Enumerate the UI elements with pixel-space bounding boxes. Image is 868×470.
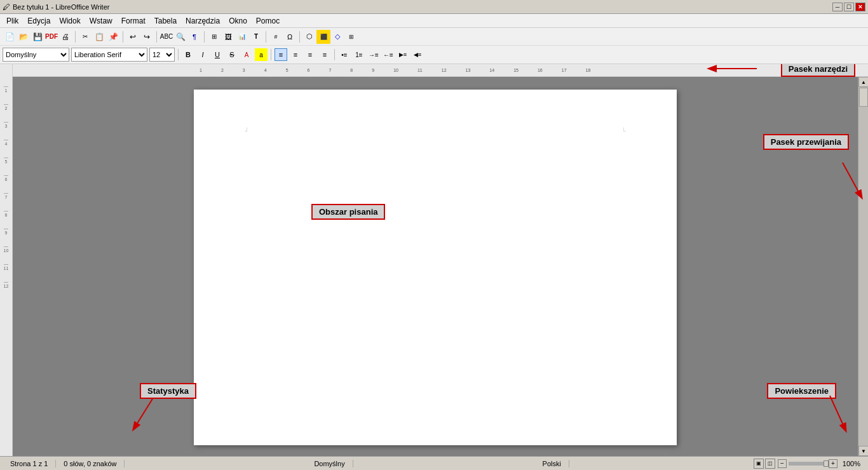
- view-normal-button[interactable]: ▣: [754, 459, 764, 469]
- svg-line-9: [830, 396, 846, 431]
- page-count: Strona 1 z 1: [3, 460, 56, 467]
- svg-line-5: [843, 163, 862, 198]
- scrollbar-annotation-label: Pasek przewijania: [771, 137, 841, 147]
- minimize-button[interactable]: ─: [832, 3, 843, 11]
- menu-pomoc[interactable]: Pomoc: [252, 15, 283, 27]
- decrease-indent-button[interactable]: ◀≡: [411, 48, 424, 61]
- highlight-button[interactable]: ⬛: [316, 30, 330, 44]
- menu-narzedzia[interactable]: Narzędzia: [182, 15, 224, 27]
- indent-more-button[interactable]: →≡: [367, 48, 380, 61]
- italic-button[interactable]: I: [196, 48, 209, 61]
- scroll-down-button[interactable]: ▼: [858, 446, 868, 456]
- zoom-control: − +: [778, 459, 837, 468]
- menu-okno[interactable]: Okno: [225, 15, 251, 27]
- font-name-select[interactable]: Liberation Serif: [71, 48, 147, 62]
- drawing-button[interactable]: ◇: [330, 30, 344, 44]
- new-button[interactable]: 📄: [3, 30, 17, 44]
- image-button[interactable]: 🖼: [221, 30, 235, 44]
- strikethrough-button[interactable]: S: [226, 48, 238, 61]
- pagenum-button[interactable]: #: [269, 30, 283, 44]
- scroll-track[interactable]: [858, 87, 868, 446]
- scrollbar-vertical[interactable]: ▲ ▼: [858, 77, 868, 456]
- unordered-list-button[interactable]: •≡: [338, 48, 351, 61]
- menu-plik[interactable]: Plik: [3, 15, 22, 27]
- cut-button[interactable]: ✂: [78, 30, 92, 44]
- toolbar-arrow-svg: [706, 64, 770, 78]
- copy-button[interactable]: 📋: [92, 30, 106, 44]
- indent-less-button[interactable]: ←≡: [382, 48, 395, 61]
- bold-button[interactable]: B: [182, 48, 194, 61]
- writing-annotation-label: Obszar pisania: [319, 207, 377, 217]
- undo-button[interactable]: ↩: [126, 30, 140, 44]
- save-pdf-button[interactable]: PDF: [44, 30, 58, 44]
- close-button[interactable]: ✕: [855, 3, 865, 11]
- sep5: [266, 31, 266, 43]
- draw-group: ⬡ ⬛ ◇ ⊞: [302, 30, 358, 44]
- maximize-button[interactable]: ☐: [844, 3, 854, 11]
- open-button[interactable]: 📂: [17, 30, 31, 44]
- align-center-button[interactable]: ≡: [289, 48, 302, 61]
- toolbar-area: 📄 📂 💾 PDF 🖨 ✂ 📋 📌 ↩ ↪ ABC 🔍 ¶ ⊞: [0, 28, 868, 64]
- file-toolbar-group: 📄 📂 💾 PDF 🖨: [3, 30, 72, 44]
- status-bar: Strona 1 z 1 0 słów, 0 znaków Domyślny P…: [0, 456, 868, 470]
- sep1: [75, 31, 76, 43]
- redo-button[interactable]: ↪: [140, 30, 154, 44]
- zoom-slider[interactable]: [789, 462, 827, 466]
- paste-button[interactable]: 📌: [106, 30, 120, 44]
- menu-widok[interactable]: Widok: [55, 15, 84, 27]
- left-ruler: 1 2 3 4 5 6 7 8 9 10 11 12: [0, 64, 13, 456]
- edit-toolbar-group: ✂ 📋 📌: [78, 30, 120, 44]
- insert-group: ⊞ 🖼 📊 T: [207, 30, 263, 44]
- sep3: [156, 31, 157, 43]
- menu-bar: Plik Edycja Widok Wstaw Format Tabela Na…: [0, 14, 868, 28]
- shapes-button[interactable]: ⬡: [302, 30, 316, 44]
- font-size-select[interactable]: 12: [149, 48, 175, 62]
- highlight-char-button[interactable]: a: [255, 48, 268, 61]
- sep6: [299, 31, 300, 43]
- sep7: [178, 49, 179, 60]
- title-bar-title: Bez tytułu 1 - LibreOffice Writer: [13, 3, 109, 11]
- title-bar-buttons: ─ ☐ ✕: [832, 3, 865, 11]
- find-button[interactable]: 🔍: [173, 30, 187, 44]
- sep2: [123, 31, 123, 43]
- style-status: Domyślny: [306, 460, 353, 467]
- page[interactable]: ┘ └: [194, 90, 677, 445]
- status-right: ▣ ◫ − + 100%: [751, 459, 865, 469]
- title-bar: 🖊 Bez tytułu 1 - LibreOffice Writer ─ ☐ …: [0, 0, 868, 14]
- toolbar-icons: 📄 📂 💾 PDF 🖨 ✂ 📋 📌 ↩ ↪ ABC 🔍 ¶ ⊞: [0, 28, 868, 46]
- toolbar-format: Domyślny Liberation Serif 12 B I U S A a…: [0, 46, 868, 64]
- zoom-in-button[interactable]: +: [829, 459, 837, 468]
- view-web-button[interactable]: ◫: [765, 459, 775, 469]
- ordered-list-button[interactable]: 1≡: [353, 48, 365, 61]
- sep8: [271, 49, 271, 60]
- menu-format[interactable]: Format: [118, 15, 149, 27]
- scrollbar-annotation-box: Pasek przewijania: [763, 134, 849, 150]
- language-status: Polski: [535, 460, 569, 467]
- menu-edycja[interactable]: Edycja: [24, 15, 54, 27]
- align-right-button[interactable]: ≡: [304, 48, 316, 61]
- table-button[interactable]: ⊞: [207, 30, 221, 44]
- scroll-thumb[interactable]: [859, 88, 868, 107]
- toolbar-annotation-box: Pasek narzędzi: [781, 64, 855, 77]
- save-button[interactable]: 💾: [31, 30, 44, 44]
- zoom-slider-thumb[interactable]: [824, 460, 829, 467]
- align-left-button[interactable]: ≡: [275, 48, 287, 61]
- paragraph-style-select[interactable]: Domyślny: [3, 48, 69, 62]
- scroll-up-button[interactable]: ▲: [858, 77, 868, 87]
- navigator-button[interactable]: ⊞: [344, 30, 358, 44]
- sep4: [204, 31, 205, 43]
- increase-indent-button[interactable]: ▶≡: [397, 48, 409, 61]
- color-button[interactable]: A: [240, 48, 253, 61]
- zoom-out-button[interactable]: −: [778, 459, 787, 468]
- menu-wstaw[interactable]: Wstaw: [86, 15, 116, 27]
- spellcheck-button[interactable]: ABC: [159, 30, 173, 44]
- underline-button[interactable]: U: [211, 48, 224, 61]
- menu-tabela[interactable]: Tabela: [151, 15, 180, 27]
- textbox-button[interactable]: T: [249, 30, 263, 44]
- chart-button[interactable]: 📊: [235, 30, 249, 44]
- print-button[interactable]: 🖨: [58, 30, 72, 44]
- specialchar-button[interactable]: Ω: [283, 30, 297, 44]
- align-justify-button[interactable]: ≡: [318, 48, 331, 61]
- nonprint-button[interactable]: ¶: [187, 30, 201, 44]
- svg-line-7: [133, 399, 153, 429]
